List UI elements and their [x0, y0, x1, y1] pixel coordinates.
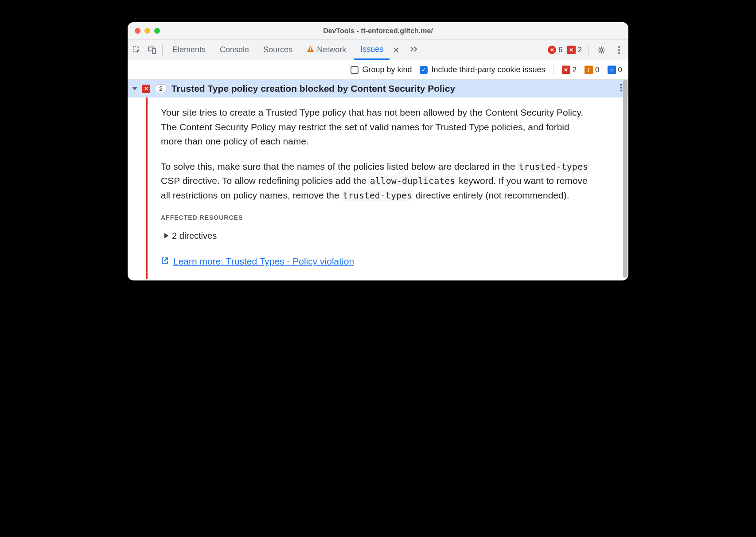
error-circle-icon: ✕ [548, 46, 556, 54]
issue-body: Your site tries to create a Trusted Type… [146, 97, 607, 279]
inspect-element-icon[interactable] [130, 43, 144, 57]
issue-title: Trusted Type policy creation blocked by … [171, 83, 616, 94]
tab-sources[interactable]: Sources [257, 40, 299, 60]
svg-point-10 [620, 87, 622, 89]
directives-count: 2 directives [172, 229, 217, 243]
issue-count-value: 2 [578, 46, 582, 54]
toolbar-info-value: 0 [618, 66, 622, 74]
issue-paragraph-2: To solve this, make sure that the names … [161, 160, 592, 203]
titlebar: DevTools - tt-enforced.glitch.me/ [128, 22, 628, 40]
third-party-checkbox[interactable]: ✓ Include third-party cookie issues [420, 65, 545, 74]
caret-down-icon [132, 87, 137, 90]
group-by-kind-label: Group by kind [362, 65, 412, 74]
separator [162, 45, 163, 55]
triangle-right-icon [164, 233, 168, 238]
issues-toolbar: Group by kind ✓ Include third-party cook… [128, 60, 628, 80]
svg-point-8 [618, 52, 620, 54]
close-window-button[interactable] [135, 28, 140, 34]
toolbar-warning-count[interactable]: ! 0 [585, 66, 599, 74]
tab-network-label: Network [317, 45, 346, 54]
close-tab-button[interactable] [391, 40, 405, 60]
issue-square-icon: ✕ [567, 46, 576, 54]
more-tabs-icon[interactable] [407, 45, 422, 55]
toolbar-info-count[interactable]: ≡ 0 [608, 66, 622, 74]
scrollbar[interactable] [623, 80, 627, 278]
minimize-window-button[interactable] [144, 28, 150, 34]
svg-point-9 [620, 84, 622, 86]
learn-more-link[interactable]: Learn more: Trusted Types - Policy viola… [173, 254, 354, 269]
toolbar-warning-value: 0 [595, 66, 599, 74]
svg-rect-2 [152, 49, 156, 54]
toolbar-error-count[interactable]: ✕ 2 [562, 66, 577, 74]
status-badges: ✕ 6 ✕ 2 [548, 43, 626, 57]
issue-occurrence-count: 2 [155, 84, 167, 93]
tab-elements[interactable]: Elements [166, 40, 212, 60]
svg-point-11 [620, 90, 622, 91]
panel-tabbar: Elements Console Sources Network Issues … [128, 40, 628, 60]
learn-more-row: Learn more: Trusted Types - Policy viola… [161, 254, 592, 269]
issue-menu-icon[interactable] [620, 84, 622, 94]
checkbox-unchecked-icon [351, 66, 359, 74]
devtools-window: DevTools - tt-enforced.glitch.me/ Elemen… [128, 22, 628, 280]
checkbox-checked-icon: ✓ [420, 66, 428, 74]
separator [588, 45, 588, 55]
window-controls [135, 28, 160, 34]
svg-point-5 [600, 49, 603, 51]
warning-triangle-icon [307, 45, 314, 55]
third-party-label: Include third-party cookie issues [431, 65, 545, 74]
group-by-kind-checkbox[interactable]: Group by kind [351, 65, 412, 74]
device-toolbar-icon[interactable] [145, 43, 159, 57]
tab-issues[interactable]: Issues [354, 40, 390, 60]
window-title: DevTools - tt-enforced.glitch.me/ [128, 27, 628, 35]
external-link-icon [161, 254, 169, 269]
info-square-icon: ≡ [608, 66, 616, 74]
warning-square-icon: ! [585, 66, 593, 74]
issue-error-icon: ✕ [142, 85, 150, 93]
error-square-icon: ✕ [562, 66, 570, 74]
affected-resources-label: AFFECTED RESOURCES [161, 213, 592, 223]
code-trusted-types: trusted-types [518, 161, 589, 172]
svg-point-6 [618, 46, 620, 48]
error-count-value: 6 [558, 46, 562, 54]
zoom-window-button[interactable] [154, 28, 160, 34]
error-count[interactable]: ✕ 6 [548, 46, 562, 54]
svg-point-7 [618, 49, 620, 51]
code-trusted-types-2: trusted-types [342, 190, 413, 201]
more-menu-icon[interactable] [612, 43, 626, 57]
code-allow-duplicates: allow-duplicates [369, 175, 456, 186]
svg-rect-4 [310, 50, 311, 51]
svg-rect-3 [310, 47, 311, 50]
issue-header[interactable]: ✕ 2 Trusted Type policy creation blocked… [128, 80, 628, 97]
tab-network[interactable]: Network [300, 40, 352, 60]
toolbar-error-value: 2 [573, 66, 577, 74]
tab-console[interactable]: Console [214, 40, 255, 60]
issue-count[interactable]: ✕ 2 [567, 46, 582, 54]
issue-paragraph-1: Your site tries to create a Trusted Type… [161, 105, 592, 149]
settings-gear-icon[interactable] [595, 43, 608, 57]
separator [553, 65, 554, 75]
directives-disclosure[interactable]: 2 directives [164, 229, 592, 243]
issues-content: ✕ 2 Trusted Type policy creation blocked… [128, 80, 628, 280]
